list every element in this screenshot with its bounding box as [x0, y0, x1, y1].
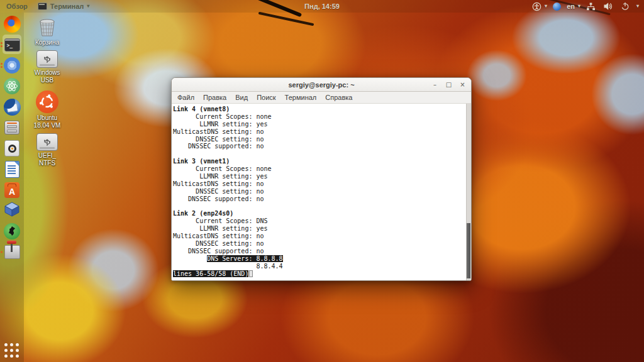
- terminal-line: DNSSEC setting: no: [173, 240, 466, 248]
- terminal-mini-icon: [38, 3, 47, 10]
- libreoffice-writer-icon: [5, 161, 19, 178]
- dock-item-file-manager[interactable]: [0, 118, 24, 137]
- activities-button[interactable]: Обзор: [6, 3, 28, 10]
- terminal-line: DNSSEC setting: no: [173, 188, 466, 195]
- scrollbar-track[interactable]: [466, 104, 471, 280]
- scrollbar-thumb[interactable]: [467, 223, 470, 278]
- menu-help[interactable]: Справка: [321, 92, 357, 103]
- trash-basket-icon: [38, 18, 57, 38]
- activities-label: Обзор: [6, 3, 28, 10]
- window-title: sergiy@sergiy-pc: ~: [288, 81, 354, 89]
- dock-item-terminal[interactable]: >_: [0, 35, 24, 54]
- menu-file[interactable]: Файл: [173, 92, 199, 103]
- chevron-down-icon: ▾: [636, 4, 639, 9]
- close-button[interactable]: ×: [458, 80, 467, 89]
- desktop-icon-windows-usb[interactable]: WindowsUSB: [25, 50, 70, 84]
- lever-app-icon: [4, 245, 20, 259]
- top-bar-left: Обзор Терминал ▾: [0, 3, 89, 10]
- terminal-line: Current Scopes: none: [173, 113, 466, 121]
- terminal-output[interactable]: Link 4 (vmnet8) Current Scopes: none LLM…: [172, 104, 466, 280]
- terminal-line: MulticastDNS setting: no: [173, 128, 466, 136]
- terminal-line: DNS Servers: 8.8.8.8: [173, 255, 466, 263]
- chevron-down-icon: ▾: [87, 4, 89, 9]
- terminal-line: Link 3 (vmnet1): [173, 158, 466, 165]
- app-menu-label: Терминал: [50, 3, 84, 10]
- top-bar: Обзор Терминал ▾ Пнд, 14:59 ▾ en ▾: [0, 0, 644, 13]
- thunderbird-icon: [4, 99, 21, 116]
- app-menu-button[interactable]: Терминал ▾: [38, 3, 90, 10]
- dock-item-atom[interactable]: [0, 77, 24, 96]
- terminal-line: Link 4 (vmnet8): [173, 106, 466, 113]
- usb-drive-icon: [36, 133, 58, 151]
- desktop-icon-trash[interactable]: Корзина: [25, 18, 70, 47]
- window-controls: – □ ×: [430, 78, 467, 91]
- terminal-line: DNSSEC setting: no: [173, 136, 466, 143]
- terminal-line: MulticastDNS setting: no: [173, 180, 466, 188]
- dock-item-virtualbox[interactable]: [0, 201, 24, 220]
- show-applications-button[interactable]: [4, 343, 20, 359]
- atom-icon: [4, 78, 20, 94]
- system-menu-button[interactable]: ▾: [586, 2, 639, 11]
- tree-branch: [258, 12, 314, 26]
- dock: >_ A: [0, 13, 24, 362]
- terminal-line: MulticastDNS setting: no: [173, 233, 466, 240]
- green-figure-app-icon: [4, 223, 20, 239]
- network-icon: [586, 3, 596, 11]
- terminal-line: Link 2 (enp24s0): [173, 210, 466, 217]
- menu-view[interactable]: Вид: [231, 92, 252, 103]
- menu-terminal[interactable]: Терминал: [280, 92, 321, 103]
- terminal-line: Current Scopes: none: [173, 165, 466, 173]
- maximize-button[interactable]: □: [444, 80, 453, 89]
- desktop-icon-uefi-ntfs[interactable]: UEFI_NTFS: [25, 133, 70, 167]
- running-indicator-dots: [1, 63, 3, 68]
- dock-item-libreoffice-writer[interactable]: [0, 160, 24, 178]
- running-indicator-dots: [1, 42, 3, 47]
- blue-app-tray-icon: [553, 3, 561, 11]
- desktop-icon-label: UEFI_NTFS: [38, 152, 56, 167]
- desktop-icon-label: Корзина: [35, 39, 59, 47]
- keyboard-layout-label: en: [567, 3, 575, 10]
- virtualbox-icon: [4, 201, 20, 220]
- dock-item-chromium[interactable]: [0, 56, 24, 75]
- terminal-line: LLMNR setting: yes: [173, 121, 466, 128]
- minimize-button[interactable]: –: [430, 80, 440, 89]
- desktop-icon-label: WindowsUSB: [35, 69, 60, 84]
- dock-item-audio-player[interactable]: [0, 139, 24, 158]
- power-icon: [621, 2, 630, 11]
- terminal-line: LLMNR setting: yes: [173, 173, 466, 180]
- usb-drive-icon: [36, 50, 58, 68]
- terminal-line: DNSSEC supported: no: [173, 248, 466, 255]
- chevron-down-icon: ▾: [578, 4, 580, 9]
- terminal-line: [173, 203, 466, 211]
- menu-edit[interactable]: Правка: [199, 92, 231, 103]
- orange-a-app-icon: A: [4, 182, 19, 198]
- terminal-line: lines 36-58/58 (END): [173, 270, 466, 278]
- dock-item-green-figure-app[interactable]: [0, 222, 24, 241]
- dock-item-orange-a-app[interactable]: A: [0, 180, 24, 199]
- chevron-down-icon: ▾: [545, 4, 547, 9]
- firefox-icon: [4, 16, 21, 33]
- clock-label: Пнд, 14:59: [304, 3, 340, 10]
- dock-item-thunderbird[interactable]: [0, 97, 24, 116]
- dock-item-firefox[interactable]: [0, 14, 24, 33]
- terminal-line: 8.8.4.4: [173, 263, 466, 270]
- window-titlebar[interactable]: sergiy@sergiy-pc: ~ – □ ×: [172, 78, 471, 92]
- file-cabinet-icon: [4, 121, 19, 134]
- clock-button[interactable]: Пнд, 14:59: [304, 0, 340, 13]
- blue-app-tray-button[interactable]: [553, 3, 561, 11]
- dock-item-lever-app[interactable]: [0, 243, 24, 261]
- speaker-box-icon: [4, 140, 19, 156]
- terminal-line: DNSSEC supported: no: [173, 195, 466, 203]
- keyboard-layout-button[interactable]: en ▾: [567, 3, 580, 10]
- terminal-window: sergiy@sergiy-pc: ~ – □ × Файл Правка Ви…: [171, 77, 472, 281]
- running-indicator-dots: [1, 251, 3, 253]
- terminal-line: DNSSEC supported: no: [173, 143, 466, 150]
- accessibility-menu-button[interactable]: ▾: [532, 2, 547, 11]
- desktop-icon-ubuntu-vm[interactable]: Ubuntu18.04 VM: [25, 90, 70, 129]
- menu-search[interactable]: Поиск: [252, 92, 280, 103]
- accessibility-icon: [532, 2, 541, 11]
- ubuntu-logo-icon: [36, 90, 58, 113]
- terminal-line: LLMNR setting: yes: [173, 225, 466, 233]
- top-bar-status-area: ▾ en ▾ ▾: [532, 2, 644, 11]
- terminal-body: Link 4 (vmnet8) Current Scopes: none LLM…: [172, 104, 471, 280]
